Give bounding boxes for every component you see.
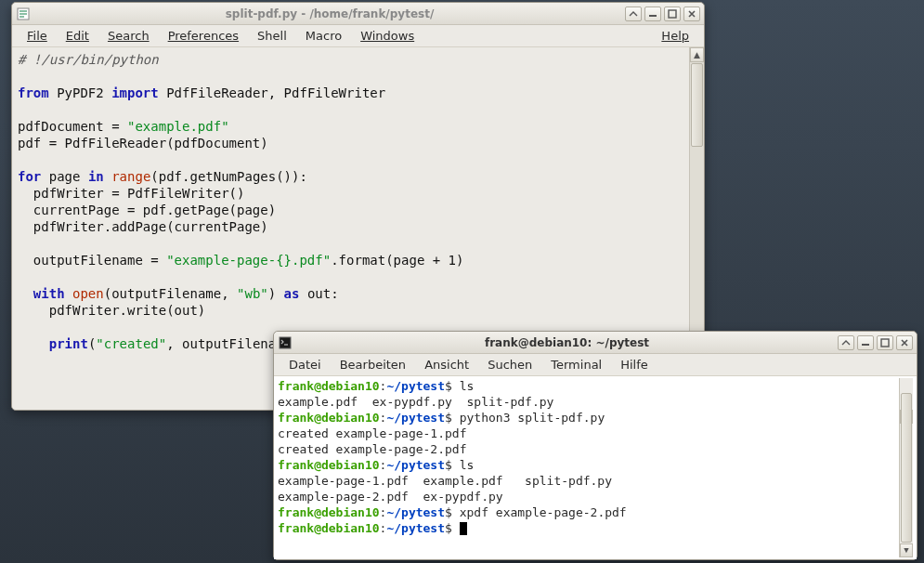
menu-shell[interactable]: Shell [248,27,296,45]
shade-button[interactable] [625,7,642,21]
editor-titlebar[interactable]: split-pdf.py - /home/frank/pytest/ [12,3,704,25]
terminal-menubar: Datei Bearbeiten Ansicht Suchen Terminal… [274,354,917,376]
editor-window-controls [625,7,704,21]
menu-datei[interactable]: Datei [280,356,331,373]
svg-rect-2 [669,10,676,18]
editor-title: split-pdf.py - /home/frank/pytest/ [34,7,625,20]
terminal-window: frank@debian10: ~/pytest Datei Bearbeite… [273,331,917,560]
svg-rect-5 [881,339,889,347]
terminal-title: frank@debian10: ~/pytest [296,336,838,349]
menu-suchen[interactable]: Suchen [478,356,541,373]
terminal-scrollbar[interactable]: ▲ ▼ [899,378,913,557]
terminal-app-icon [278,335,293,350]
minimize-button[interactable] [857,335,874,350]
menu-terminal[interactable]: Terminal [541,356,611,373]
close-button[interactable] [896,335,913,350]
scroll-up-icon[interactable]: ▲ [690,47,704,62]
editor-menubar: File Edit Search Preferences Shell Macro… [12,25,704,47]
terminal-cursor [460,522,467,535]
menu-help[interactable]: Help [652,27,698,45]
svg-rect-1 [649,15,657,17]
minimize-button[interactable] [644,7,661,21]
terminal-titlebar[interactable]: frank@debian10: ~/pytest [274,332,917,354]
maximize-button[interactable] [877,335,893,350]
svg-rect-4 [862,344,869,346]
shade-button[interactable] [838,335,854,350]
scroll-thumb[interactable] [901,393,912,543]
menu-search[interactable]: Search [98,27,159,45]
menu-ansicht[interactable]: Ansicht [415,356,478,373]
editor-app-icon [16,7,31,21]
menu-hilfe[interactable]: Hilfe [611,356,657,373]
terminal-body[interactable]: frank@debian10:~/pytest$ ls example.pdf … [274,376,917,559]
menu-windows[interactable]: Windows [351,27,423,45]
terminal-output: frank@debian10:~/pytest$ ls example.pdf … [278,378,899,557]
menu-macro[interactable]: Macro [296,27,351,45]
scroll-down-icon[interactable]: ▼ [900,543,913,557]
terminal-window-controls [838,335,917,350]
menu-file[interactable]: File [18,27,57,45]
maximize-button[interactable] [664,7,681,21]
scroll-thumb[interactable] [691,63,703,147]
menu-edit[interactable]: Edit [57,27,98,45]
svg-rect-3 [280,337,291,348]
menu-bearbeiten[interactable]: Bearbeiten [331,356,415,373]
menu-preferences[interactable]: Preferences [159,27,248,45]
close-button[interactable] [683,7,700,21]
